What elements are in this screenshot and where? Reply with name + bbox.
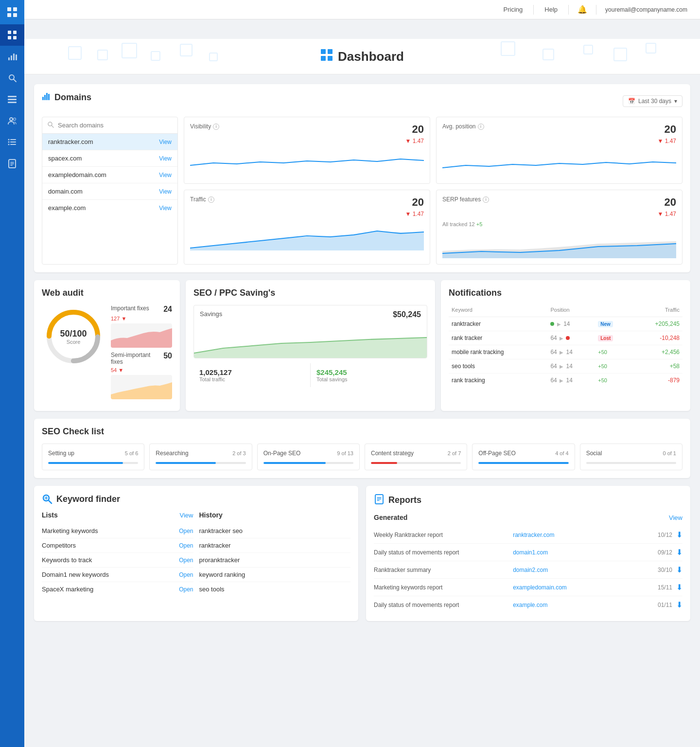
check-setting-up-label: Setting up (48, 450, 74, 457)
download-icon[interactable]: ⬇ (676, 548, 682, 557)
pos-badge: +50 (598, 363, 607, 369)
rep-domain[interactable]: exampledomain.com (513, 584, 614, 591)
svg-rect-27 (10, 163, 14, 164)
svg-line-38 (52, 125, 53, 127)
semi-fixes-header: Semi-important fixes 50 (111, 352, 172, 365)
traffic-info-icon[interactable]: i (208, 196, 214, 203)
rep-domain[interactable]: example.com (513, 602, 614, 608)
kf-history-item[interactable]: ranktracker (199, 538, 351, 553)
kf-open-competitors[interactable]: Open (179, 542, 193, 549)
checklist-title: SEO Check list (42, 427, 682, 437)
kf-open-domain1[interactable]: Open (179, 571, 193, 578)
avg-position-chart (442, 148, 676, 178)
domain-search-input[interactable] (58, 122, 173, 129)
domain-row[interactable]: spacex.com View (42, 150, 177, 167)
avg-position-info-icon[interactable]: i (478, 124, 484, 130)
important-fixes-chart (111, 323, 172, 348)
kf-list-item: Keywords to track Open (42, 553, 193, 568)
checklist-item-researching[interactable]: Researching 2 of 3 (149, 444, 252, 470)
kf-lists-view[interactable]: View (180, 512, 193, 519)
rep-domain[interactable]: domain2.com (513, 567, 614, 573)
svg-rect-34 (44, 95, 46, 100)
svg-rect-36 (48, 94, 50, 100)
notification-bell-icon[interactable]: 🔔 (573, 3, 592, 16)
audit-circle: 50/100 Score (42, 305, 105, 368)
semi-important-fixes: Semi-important fixes 50 54 ▼ (111, 352, 172, 399)
domain-view-link[interactable]: View (159, 139, 172, 145)
rep-domain[interactable]: ranktracker.com (513, 532, 614, 538)
audit-fixes: Important fixes 24 127 ▼ (111, 305, 172, 403)
domain-view-link[interactable]: View (159, 205, 172, 212)
checklist-item-on-page-seo[interactable]: On-Page SEO 9 of 13 (257, 444, 360, 470)
domain-view-link[interactable]: View (159, 155, 172, 162)
kf-lists-header: Lists View (42, 511, 193, 519)
download-icon[interactable]: ⬇ (676, 530, 682, 539)
sidebar-logo[interactable] (0, 0, 24, 24)
domain-row[interactable]: domain.com View (42, 183, 177, 200)
nav-pricing[interactable]: Pricing (497, 4, 530, 15)
serp-info-icon[interactable]: i (483, 196, 489, 203)
domain-row[interactable]: ranktracker.com View (42, 134, 177, 150)
nav-divider-3 (596, 5, 596, 15)
check-content-fill (371, 462, 397, 464)
ppc-savings-card: Savings $50,245 (193, 305, 427, 358)
web-audit-section: Web audit 50/100 Score (34, 280, 180, 411)
sidebar-item-notes[interactable] (0, 153, 24, 174)
nav-divider-1 (533, 5, 534, 15)
check-setting-up-progress: 5 of 6 (125, 450, 139, 456)
report-row: Ranktracker summary domain2.com 30/10 ⬇ (374, 561, 682, 579)
reports-title: Reports (374, 494, 682, 507)
sidebar-item-analytics[interactable] (0, 46, 24, 67)
download-icon[interactable]: ⬇ (676, 583, 682, 592)
sidebar-item-search[interactable] (0, 67, 24, 89)
kf-history-item[interactable]: keyword ranking (199, 568, 351, 582)
nav-help[interactable]: Help (538, 4, 564, 15)
kf-list-name: Domain1 new keywords (42, 571, 109, 578)
sidebar-item-lists[interactable] (0, 131, 24, 153)
domain-row[interactable]: exampledomain.com View (42, 167, 177, 183)
ppc-savings-total-label: Total savings (316, 376, 421, 382)
domain-name: example.com (48, 204, 86, 212)
visibility-info-icon[interactable]: i (213, 124, 219, 130)
web-audit-body: 50/100 Score Important fixes 24 127 ▼ (42, 305, 172, 403)
date-range-picker[interactable]: 📅 Last 30 days ▾ (623, 95, 682, 107)
kf-open-marketing[interactable]: Open (179, 528, 193, 534)
checklist-item-social[interactable]: Social 0 of 1 (580, 444, 682, 470)
user-menu[interactable]: youremail@companyname.com (600, 4, 692, 15)
kf-open-keywords[interactable]: Open (179, 557, 193, 564)
domain-view-link[interactable]: View (159, 188, 172, 195)
visibility-chart (190, 148, 424, 178)
rep-name: Daily status of movements report (374, 549, 509, 556)
notif-traffic: -10,248 (631, 331, 682, 345)
download-icon[interactable]: ⬇ (676, 565, 682, 574)
svg-rect-4 (8, 31, 11, 34)
kf-open-spacex[interactable]: Open (179, 586, 193, 593)
domains-section-title: Domains (42, 92, 91, 103)
search-icon (47, 121, 54, 129)
reports-view-link[interactable]: View (669, 514, 682, 521)
svg-rect-29 (321, 49, 326, 54)
seo-ppc-section: SEO / PPC Saving's Savings $50,245 (186, 280, 435, 411)
checklist-item-setting-up[interactable]: Setting up 5 of 6 (42, 444, 144, 470)
domain-row[interactable]: example.com View (42, 200, 177, 216)
check-social-label: Social (586, 450, 602, 457)
download-icon[interactable]: ⬇ (676, 600, 682, 609)
checklist-item-off-page-seo[interactable]: Off-Page SEO 4 of 4 (472, 444, 575, 470)
notifications-title: Notifications (449, 288, 682, 298)
svg-rect-31 (321, 56, 326, 61)
kf-history-item[interactable]: seo tools (199, 582, 351, 596)
sidebar-item-table[interactable] (0, 89, 24, 110)
arrow-icon: ▶ (560, 350, 563, 355)
kf-history-item[interactable]: ranktracker seo (199, 524, 351, 538)
rep-name: Ranktracker summary (374, 567, 509, 573)
rep-domain[interactable]: domain1.com (513, 549, 614, 556)
avg-position-header: Avg. position i 20 (442, 123, 676, 136)
kf-history-item[interactable]: proranktracker (199, 553, 351, 568)
seo-checklist-section: SEO Check list Setting up 5 of 6 Researc… (34, 419, 690, 478)
domain-view-link[interactable]: View (159, 172, 172, 178)
check-off-page-bar (478, 462, 568, 464)
ppc-savings-label: Savings (200, 310, 222, 319)
sidebar-item-dashboard[interactable] (0, 24, 24, 46)
checklist-item-content-strategy[interactable]: Content strategy 2 of 7 (365, 444, 467, 470)
sidebar-item-users[interactable] (0, 110, 24, 131)
